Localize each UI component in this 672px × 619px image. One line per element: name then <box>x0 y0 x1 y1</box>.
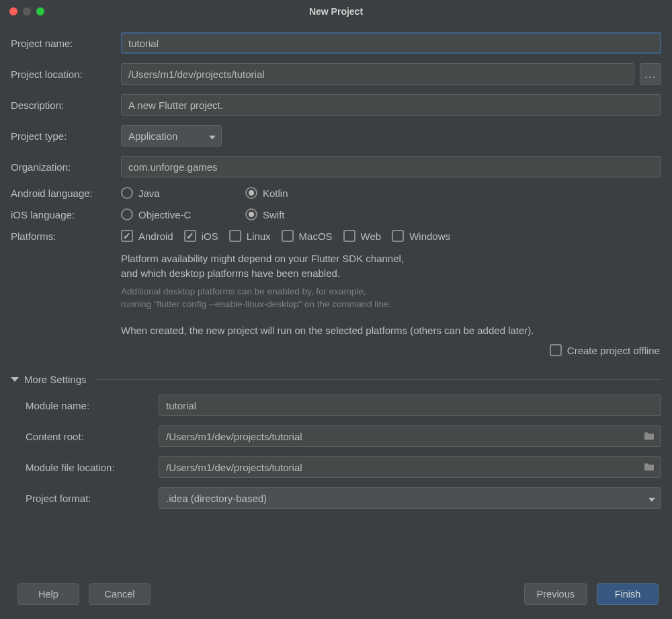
note-line: and which desktop platforms have been en… <box>121 266 661 281</box>
module-name-input[interactable] <box>159 395 661 416</box>
project-name-label: Project name: <box>11 38 121 49</box>
more-settings-expander[interactable]: More Settings <box>11 374 661 385</box>
zoom-window-button[interactable] <box>36 7 44 15</box>
additional-platforms-note: Additional desktop platforms can be enab… <box>121 285 661 311</box>
radio-icon <box>245 208 257 220</box>
radio-icon <box>121 187 133 199</box>
titlebar: New Project <box>0 0 672 23</box>
divider <box>96 379 661 380</box>
ios-language-objc[interactable]: Objective-C <box>121 208 245 220</box>
module-file-location-input[interactable] <box>159 456 661 478</box>
create-project-offline[interactable]: Create project offline <box>550 344 660 356</box>
window-title: New Project <box>309 6 363 17</box>
platform-android[interactable]: Android <box>121 230 173 242</box>
check-label: iOS <box>202 231 218 242</box>
project-name-input[interactable] <box>121 32 661 54</box>
check-label: MacOS <box>299 231 333 242</box>
check-label: Create project offline <box>567 345 660 356</box>
platform-sdk-note: Platform availability might depend on yo… <box>121 251 661 281</box>
dialog-footer: Help Cancel Previous Finish <box>0 576 672 619</box>
android-language-java[interactable]: Java <box>121 187 245 199</box>
folder-icon[interactable] <box>644 431 655 442</box>
dialog-content: Project name: Project location: ... Desc… <box>0 23 672 509</box>
organization-label: Organization: <box>11 161 121 173</box>
platform-linux[interactable]: Linux <box>229 230 271 242</box>
content-root-input[interactable] <box>159 425 661 447</box>
check-label: Web <box>361 231 382 242</box>
more-settings-title: More Settings <box>24 374 87 385</box>
project-location-input[interactable] <box>121 63 634 85</box>
help-button[interactable]: Help <box>17 583 79 605</box>
platform-macos[interactable]: MacOS <box>282 230 333 242</box>
description-input[interactable] <box>121 94 661 116</box>
check-label: Linux <box>247 231 271 242</box>
checkbox-icon <box>282 230 294 242</box>
chevron-down-icon <box>209 130 216 142</box>
note-line: Platform availability might depend on yo… <box>121 251 661 266</box>
radio-icon <box>245 187 257 199</box>
radio-label: Swift <box>263 209 285 220</box>
android-language-kotlin[interactable]: Kotlin <box>245 187 288 199</box>
checkbox-icon <box>229 230 241 242</box>
triangle-down-icon <box>11 377 19 382</box>
organization-input[interactable] <box>121 156 661 177</box>
radio-label: Objective-C <box>138 209 191 220</box>
project-type-select[interactable]: Application <box>121 125 222 147</box>
module-file-location-label: Module file location: <box>26 462 159 473</box>
project-type-label: Project type: <box>11 130 121 142</box>
close-window-button[interactable] <box>9 7 17 15</box>
cancel-button[interactable]: Cancel <box>89 583 151 605</box>
previous-button[interactable]: Previous <box>524 583 587 605</box>
window-controls <box>9 7 44 15</box>
module-name-label: Module name: <box>26 400 159 411</box>
note-line: Additional desktop platforms can be enab… <box>121 285 661 298</box>
platform-windows[interactable]: Windows <box>392 230 450 242</box>
ios-language-swift[interactable]: Swift <box>245 208 285 220</box>
project-location-label: Project location: <box>11 69 121 80</box>
project-format-label: Project format: <box>26 493 159 504</box>
radio-icon <box>121 208 133 220</box>
description-label: Description: <box>11 99 121 111</box>
browse-location-button[interactable]: ... <box>640 63 661 85</box>
project-format-select[interactable]: .idea (directory-based) <box>159 487 661 509</box>
minimize-window-button[interactable] <box>23 7 31 15</box>
platform-ios[interactable]: iOS <box>184 230 218 242</box>
project-type-value: Application <box>128 130 177 142</box>
ios-language-label: iOS language: <box>11 209 121 220</box>
radio-label: Java <box>138 188 160 199</box>
platforms-label: Platforms: <box>11 231 121 242</box>
checkbox-icon <box>392 230 404 242</box>
check-label: Android <box>138 231 173 242</box>
project-format-value: .idea (directory-based) <box>166 493 267 504</box>
note-line: running "flutter config --enable-linux-d… <box>121 298 661 311</box>
when-created-note: When created, the new project will run o… <box>121 323 661 338</box>
content-root-label: Content root: <box>26 431 159 442</box>
android-language-label: Android language: <box>11 188 121 199</box>
folder-icon[interactable] <box>644 462 655 473</box>
platform-web[interactable]: Web <box>343 230 382 242</box>
checkbox-icon <box>343 230 355 242</box>
check-label: Windows <box>409 231 450 242</box>
checkbox-icon <box>121 230 133 242</box>
radio-label: Kotlin <box>263 188 288 199</box>
chevron-down-icon <box>648 493 655 504</box>
finish-button[interactable]: Finish <box>597 583 659 605</box>
checkbox-icon <box>550 344 562 356</box>
checkbox-icon <box>184 230 196 242</box>
